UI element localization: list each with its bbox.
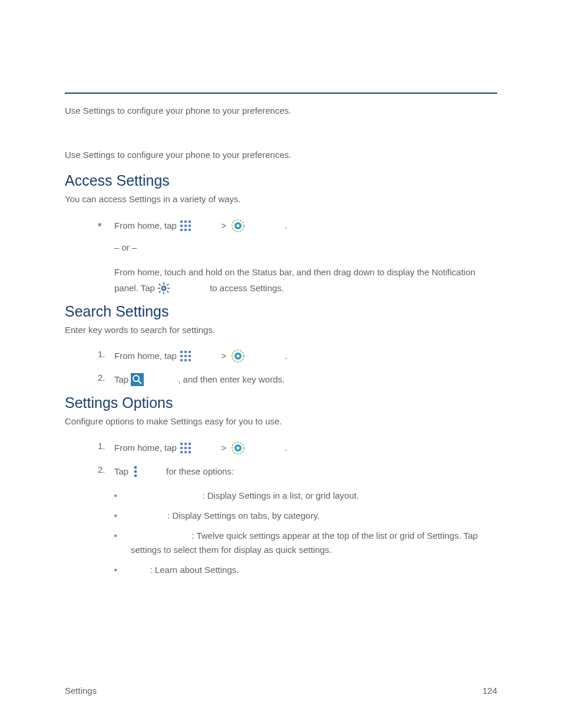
period: . [285, 217, 287, 235]
svg-rect-27 [184, 355, 187, 357]
svg-rect-41 [180, 447, 183, 449]
svg-rect-5 [184, 225, 187, 227]
option-item: ■ Tab view: Display Settings on tabs, by… [114, 509, 497, 523]
access-bullet: ■ From home, tap App [98, 217, 497, 297]
svg-rect-20 [158, 291, 161, 293]
step-number: 2. [98, 463, 114, 477]
options-step-1: 1. From home, tap Apps > [98, 439, 497, 457]
options-step2-post: for these options: [166, 463, 234, 480]
svg-rect-15 [163, 292, 164, 294]
access-desc: You can access Settings in a variety of … [65, 193, 497, 206]
options-step1-pre: From home, tap [114, 439, 177, 457]
option-text: : Display Settings in a list, or grid la… [202, 490, 359, 500]
bullet-marker: ■ [98, 217, 114, 229]
svg-rect-35 [131, 373, 144, 386]
period: . [285, 347, 287, 365]
options-step2-pre: Tap [114, 463, 128, 480]
search-desc: Enter key words to search for settings. [65, 324, 497, 337]
svg-rect-28 [189, 355, 191, 357]
step-number: 1. [98, 439, 114, 453]
svg-rect-14 [163, 282, 164, 284]
heading-settings-options: Settings Options [65, 394, 497, 411]
svg-rect-8 [184, 229, 187, 231]
text-from-home-tap: From home, tap [114, 217, 177, 235]
svg-rect-39 [184, 443, 187, 445]
sub-bullet-marker: ■ [114, 509, 131, 520]
svg-rect-21 [167, 284, 169, 286]
gt-symbol: > [219, 217, 229, 235]
svg-rect-42 [184, 447, 187, 449]
svg-rect-25 [189, 351, 191, 353]
step-number: 1. [98, 347, 114, 361]
svg-rect-16 [158, 288, 160, 289]
svg-rect-6 [189, 225, 191, 227]
intro-paragraph-1: Use Settings to configure your phone to … [65, 104, 497, 118]
svg-rect-53 [134, 475, 137, 477]
svg-rect-31 [189, 359, 191, 361]
svg-rect-3 [189, 220, 191, 223]
svg-rect-45 [184, 451, 187, 453]
svg-point-22 [163, 287, 165, 289]
access-line2b-post: to access Settings. [210, 279, 284, 297]
search-step2-post: , and then enter key words. [178, 371, 285, 388]
sub-bullet-marker: ■ [114, 529, 131, 540]
apps-icon [179, 350, 192, 363]
svg-rect-19 [167, 291, 169, 293]
period: . [285, 439, 287, 457]
svg-point-49 [237, 446, 240, 449]
svg-rect-2 [184, 220, 187, 223]
svg-rect-43 [189, 447, 191, 449]
sub-bullet-marker: ■ [114, 489, 131, 500]
footer-left: Settings [65, 686, 97, 696]
search-step-2: 2. Tap Search , and then enter key words… [98, 371, 497, 388]
settings-gear-icon [231, 349, 245, 363]
heading-access-settings: Access Settings [65, 172, 497, 189]
settings-gear-icon [231, 219, 245, 233]
svg-rect-17 [167, 288, 170, 289]
option-text: : Display Settings on tabs, by category. [167, 510, 319, 521]
svg-rect-9 [189, 229, 191, 231]
svg-rect-30 [184, 359, 187, 361]
apps-icon [179, 442, 192, 454]
gt-symbol: > [219, 347, 229, 365]
svg-point-12 [237, 224, 240, 227]
svg-rect-44 [180, 451, 183, 453]
page-footer: Settings 124 [65, 686, 497, 696]
apps-icon [179, 219, 192, 232]
svg-rect-18 [158, 284, 161, 286]
svg-rect-1 [180, 220, 183, 223]
search-step1-pre: From home, tap [114, 347, 177, 365]
search-step2-pre: Tap [114, 371, 128, 388]
svg-point-34 [237, 355, 240, 358]
access-line2b-pre: panel. Tap [114, 279, 155, 297]
options-step-2: 2. Tap More for these options: [98, 463, 497, 583]
title-divider [65, 93, 497, 94]
cog-icon [157, 282, 170, 295]
svg-rect-38 [180, 443, 183, 445]
svg-rect-29 [180, 359, 183, 361]
option-item: ■ Help: Learn about Settings. [114, 563, 497, 577]
svg-rect-24 [184, 351, 187, 353]
more-icon [131, 465, 140, 478]
access-line2a: From home, touch and hold on the Status … [114, 265, 497, 279]
gt-symbol: > [219, 439, 229, 457]
step-number: 2. [98, 371, 114, 385]
svg-rect-7 [180, 229, 183, 231]
svg-rect-4 [180, 225, 183, 227]
option-text: : Learn about Settings. [150, 565, 239, 575]
svg-rect-46 [189, 451, 191, 453]
svg-rect-51 [134, 466, 137, 469]
sub-bullet-marker: ■ [114, 563, 131, 574]
options-desc: Configure options to make Settings easy … [65, 415, 497, 429]
option-item: ■ View as list / grid: Display Settings … [114, 489, 497, 503]
search-icon [131, 373, 144, 386]
option-text: : Twelve quick settings appear at the to… [131, 531, 478, 555]
footer-page-number: 124 [482, 686, 497, 696]
option-item: ■ Quick settings: Twelve quick settings … [114, 529, 497, 557]
intro-paragraph-2: Use Settings to configure your phone to … [65, 149, 497, 162]
svg-rect-23 [180, 351, 183, 353]
or-separator: – or – [114, 241, 497, 255]
settings-gear-icon [231, 441, 245, 455]
svg-rect-26 [180, 355, 183, 357]
svg-rect-40 [189, 443, 191, 445]
